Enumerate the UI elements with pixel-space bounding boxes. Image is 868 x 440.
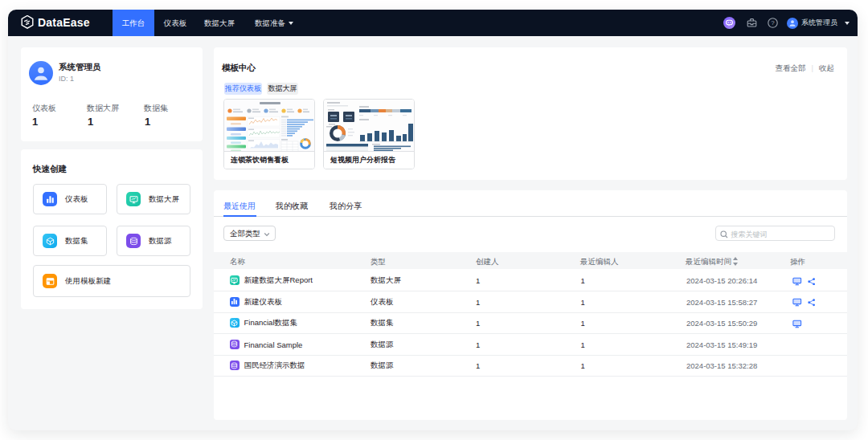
svg-text:?: ?: [771, 19, 775, 26]
